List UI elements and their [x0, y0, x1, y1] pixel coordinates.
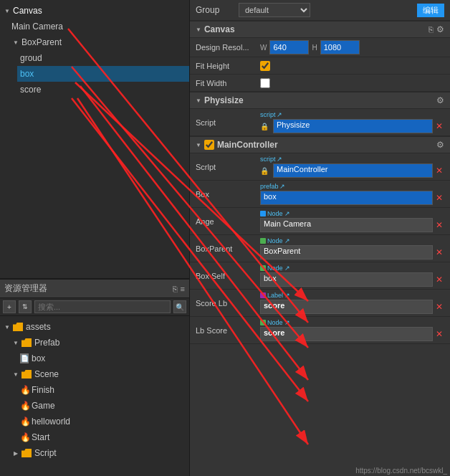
physisize-script-remove-btn[interactable]: ✕	[434, 121, 444, 131]
tree-label-box: box	[20, 69, 34, 79]
tree-item-finish[interactable]: 🔥 Finish	[17, 382, 189, 398]
tree-label-helloworld: helloworld	[32, 416, 70, 427]
tree-item-scene-folder[interactable]: ▼ Scene	[9, 366, 189, 382]
tree-item-box-file[interactable]: 📄 box	[17, 351, 189, 366]
tree-item-main-camera[interactable]: Main Camera	[9, 19, 189, 34]
tree-label-boxparent: BoxParent	[21, 37, 62, 47]
tree-label-box-file: box	[32, 353, 45, 363]
scorelb-value: score	[260, 300, 433, 314]
boxparent-remove-btn[interactable]: ✕	[434, 247, 444, 257]
fit-width-label: Fit Width	[196, 79, 260, 87]
boxparent-node-dot	[260, 238, 266, 244]
maincontroller-gear-icon[interactable]: ⚙	[436, 140, 444, 150]
search-submit-btn[interactable]: 🔍	[173, 300, 186, 313]
maincam-prop-label: Ange	[196, 217, 260, 226]
tree-label-start: Start	[32, 432, 49, 442]
w-label: W	[260, 44, 267, 52]
tree-item-assets[interactable]: ▼ assets	[0, 319, 189, 335]
w-input[interactable]	[269, 40, 309, 54]
box-remove-btn[interactable]: ✕	[434, 193, 444, 203]
tree-arrow-prefab: ▼	[11, 338, 20, 347]
design-resol-row: Design Resol... W H	[190, 38, 450, 57]
watermark: https://blog.csdn.net/bcswkl_	[355, 467, 447, 475]
fit-height-checkbox[interactable]	[260, 61, 270, 71]
fit-height-row: Fit Height	[190, 57, 450, 75]
folder-icon-scene	[21, 370, 32, 379]
tree-item-score[interactable]: score	[17, 82, 189, 97]
scene-hierarchy: ▼ Canvas Main Camera ▼ BoxParent groud b…	[0, 0, 189, 280]
tree-label-prefab: Prefab	[34, 338, 59, 348]
box-value: box	[260, 191, 433, 205]
maincontroller-section-header: ▼ MainController ⚙	[190, 136, 450, 153]
search-input[interactable]	[34, 300, 171, 313]
flame-icon-start: 🔥	[20, 432, 29, 442]
tree-label-canvas: Canvas	[13, 6, 42, 16]
assets-panel: 资源管理器 ⎘ ≡ + ⇅ 🔍 ▼ assets	[0, 280, 189, 476]
tree-item-game[interactable]: 🔥 Game	[17, 398, 189, 414]
lbscore-prop-label: Lb Score	[196, 326, 260, 335]
tree-item-start[interactable]: 🔥 Start	[17, 429, 189, 445]
mc-script-badge: script ↗	[260, 156, 282, 163]
add-asset-btn[interactable]: +	[3, 300, 16, 313]
tree-item-box-parent[interactable]: ▼ BoxParent	[9, 34, 189, 50]
tree-label-scene: Scene	[34, 369, 59, 379]
assets-copy-icon: ⎘	[173, 285, 178, 293]
tree-item-script-folder[interactable]: ▶ Script	[9, 445, 189, 461]
physisize-gear-icon[interactable]: ⚙	[436, 95, 444, 105]
boxself-prop-label: Box Self	[196, 272, 260, 280]
maincam-remove-btn[interactable]: ✕	[434, 220, 444, 230]
canvas-section-arrow: ▼	[196, 27, 201, 33]
maincontroller-section-arrow: ▼	[196, 142, 201, 148]
tree-item-box[interactable]: box	[17, 66, 189, 82]
tree-item-prefab[interactable]: ▼ Prefab	[9, 335, 189, 351]
maincam-row: Ange Node ↗ Main Camera ✕	[190, 208, 450, 235]
physisize-script-value: Physisize	[273, 119, 433, 133]
h-input[interactable]	[320, 40, 360, 54]
scorelb-row: Score Lb Label ↗ score ✕	[190, 290, 450, 317]
assets-header: 资源管理器 ⎘ ≡	[0, 280, 189, 298]
tree-item-groud[interactable]: groud	[17, 50, 189, 66]
sort-asset-btn[interactable]: ⇅	[19, 300, 32, 313]
edit-button[interactable]: 编辑	[417, 4, 444, 17]
canvas-gear-icon[interactable]: ⚙	[436, 24, 444, 34]
tree-arrow-scene: ▼	[11, 370, 20, 379]
box-row: Box prefab ↗ box ✕	[190, 181, 450, 208]
assets-filter-icon[interactable]: ≡	[181, 285, 185, 293]
fit-width-checkbox[interactable]	[260, 78, 270, 88]
maincontroller-enabled-checkbox[interactable]	[204, 140, 214, 150]
boxparent-prop-label: BoxParent	[196, 244, 260, 253]
tree-arrow-boxparent: ▼	[11, 38, 20, 47]
inspector-panel: Group default 编辑 ▼ Canvas ⎘ ⚙ Design Res…	[190, 0, 450, 476]
scorelb-remove-btn[interactable]: ✕	[434, 302, 444, 312]
lbscore-value: score	[260, 327, 433, 341]
maincam-value: Main Camera	[260, 218, 433, 232]
fit-height-label: Fit Height	[196, 62, 260, 70]
tree-item-canvas[interactable]: ▼ Canvas	[0, 3, 189, 19]
boxself-remove-btn[interactable]: ✕	[434, 275, 444, 285]
maincam-node-dot	[260, 211, 266, 216]
design-resol-label: Design Resol...	[196, 43, 260, 52]
maincontroller-section-title: MainController	[217, 140, 278, 150]
assets-tree: ▼ assets ▼ Prefab 📄 box ▼	[0, 316, 189, 476]
group-select[interactable]: default	[239, 3, 310, 17]
canvas-section-title: Canvas	[204, 24, 235, 34]
lbscore-remove-btn[interactable]: ✕	[434, 329, 444, 339]
design-resol-value: W H	[260, 40, 444, 54]
flame-icon-game: 🔥	[20, 401, 29, 411]
tree-item-helloworld[interactable]: 🔥 helloworld	[17, 414, 189, 429]
fit-width-row: Fit Width	[190, 75, 450, 92]
folder-icon-prefab	[21, 338, 32, 347]
tree-arrow-script: ▶	[11, 449, 20, 457]
mc-script-remove-btn[interactable]: ✕	[434, 166, 444, 176]
scorelb-node-badge: Label ↗	[260, 292, 290, 299]
physisize-lock-icon: 🔒	[260, 123, 269, 130]
boxparent-node-badge: Node ↗	[260, 237, 290, 244]
lbscore-row: Lb Score Node ↗ score ✕	[190, 317, 450, 344]
mc-script-label: Scrlpt	[196, 163, 260, 171]
h-label: H	[312, 44, 317, 52]
canvas-copy-icon[interactable]: ⎘	[429, 25, 434, 34]
boxself-node-dot	[260, 265, 266, 271]
physisize-section-header: ▼ Physisize ⚙	[190, 92, 450, 109]
box-prop-label: Box	[196, 190, 260, 199]
assets-toolbar: + ⇅ 🔍	[0, 298, 189, 316]
